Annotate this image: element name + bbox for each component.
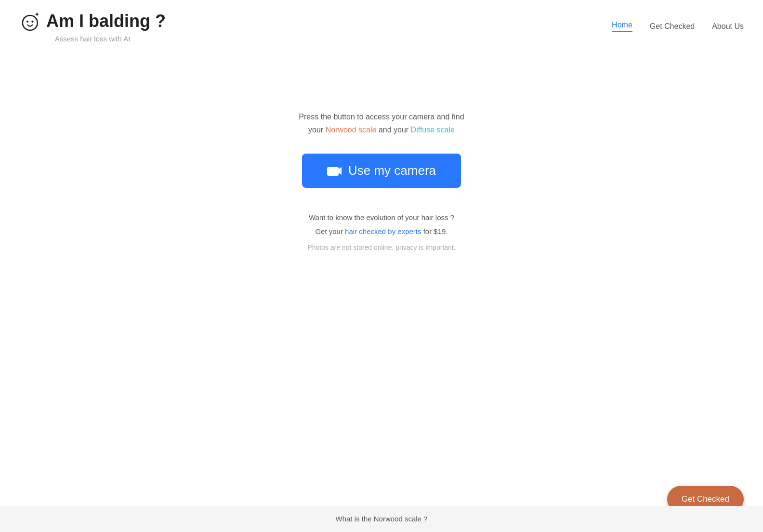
expert-line: Get your hair checked by experts for $19… <box>307 225 455 239</box>
svg-point-1 <box>26 21 28 23</box>
nav-about-us[interactable]: About Us <box>712 22 744 31</box>
description-line2-middle: and your <box>376 126 410 134</box>
description-line1: Press the button to access your camera a… <box>299 113 464 121</box>
navbar: Am I balding ? Assess hair loss with AI … <box>0 0 763 52</box>
nav-home[interactable]: Home <box>612 21 632 32</box>
use-camera-button[interactable]: Use my camera <box>302 154 461 188</box>
diffuse-scale-link[interactable]: Diffuse scale <box>411 126 455 134</box>
main-content: Press the button to access your camera a… <box>0 52 763 283</box>
bottom-text: Want to know the evolution of your hair … <box>307 211 455 254</box>
expert-check-link[interactable]: hair checked by experts <box>345 227 421 235</box>
evolution-line: Want to know the evolution of your hair … <box>307 211 455 225</box>
svg-point-2 <box>31 21 33 23</box>
logo-subtitle: Assess hair loss with AI <box>55 35 131 43</box>
logo-text: Am I balding ? <box>46 11 166 31</box>
norwood-scale-footer-link[interactable]: What is the Norwood scale ? <box>336 515 428 523</box>
logo: Am I balding ? Assess hair loss with AI <box>19 10 166 43</box>
svg-rect-3 <box>327 167 339 176</box>
description: Press the button to access your camera a… <box>299 110 464 136</box>
description-line2-prefix: your <box>308 126 326 134</box>
logo-title: Am I balding ? <box>19 10 166 33</box>
camera-button-label: Use my camera <box>348 163 436 178</box>
expert-prefix: Get your <box>315 227 345 235</box>
svg-point-0 <box>23 15 38 30</box>
nav-links: Home Get Checked About Us <box>612 21 744 32</box>
expert-suffix: for $19. <box>421 227 448 235</box>
footer-bar: What is the Norwood scale ? <box>0 506 763 532</box>
nav-get-checked[interactable]: Get Checked <box>650 22 695 31</box>
privacy-note: Photos are not stored online, privacy is… <box>307 241 455 254</box>
logo-icon <box>19 10 42 33</box>
svg-marker-4 <box>339 167 342 175</box>
norwood-scale-link[interactable]: Norwood scale <box>326 126 377 134</box>
camera-icon <box>327 165 342 177</box>
